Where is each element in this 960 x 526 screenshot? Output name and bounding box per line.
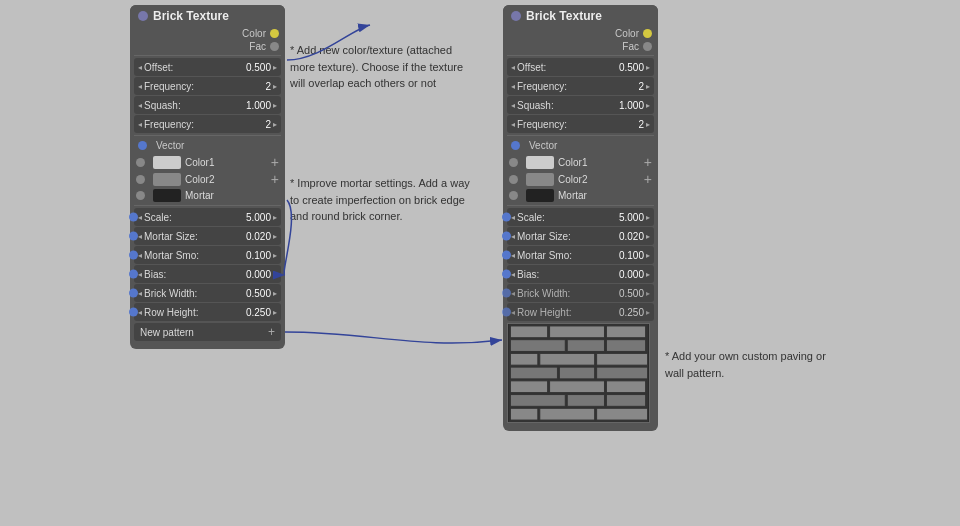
new-pattern-plus[interactable]: +	[268, 325, 275, 339]
right-color2-plus[interactable]: +	[644, 171, 652, 187]
freq1-value: 2	[265, 81, 271, 92]
right-color-output-label: Color	[615, 28, 639, 39]
new-pattern-label: New pattern	[140, 327, 268, 338]
divider1	[134, 55, 281, 56]
row-height-field[interactable]: ◂ Row Height: 0.250 ▸	[134, 303, 281, 321]
offset-left-arrow: ◂	[138, 63, 142, 72]
right-vector-input-socket[interactable]	[511, 141, 520, 150]
color1-swatch[interactable]	[153, 156, 181, 169]
right-color2-socket[interactable]	[509, 175, 518, 184]
right-scale-socket[interactable]	[502, 213, 511, 222]
msmo-socket[interactable]	[129, 251, 138, 260]
color2-plus[interactable]: +	[271, 171, 279, 187]
bias-field[interactable]: ◂ Bias: 0.000 ▸	[134, 265, 281, 283]
svg-rect-19	[510, 408, 537, 420]
bwidth-socket[interactable]	[129, 289, 138, 298]
color-output-socket[interactable]	[270, 29, 279, 38]
msize-value: 0.020	[246, 231, 271, 242]
right-color2-row: Color2 +	[509, 171, 652, 187]
right-frequency1-field[interactable]: ◂ Frequency: 2 ▸	[507, 77, 654, 95]
vector-input-row: Vector	[130, 138, 285, 153]
left-panel-header: Brick Texture	[130, 5, 285, 27]
offset-field[interactable]: ◂ Offset: 0.500 ▸	[134, 58, 281, 76]
right-color2-swatch[interactable]	[526, 173, 554, 186]
svg-rect-9	[597, 353, 648, 365]
rheight-socket[interactable]	[129, 308, 138, 317]
svg-rect-20	[540, 408, 595, 420]
color1-socket[interactable]	[136, 158, 145, 167]
right-squash-value: 1.000	[619, 100, 644, 111]
right-bias-socket[interactable]	[502, 270, 511, 279]
right-bias-field[interactable]: ◂ Bias: 0.000 ▸	[507, 265, 654, 283]
right-color-output-row: Color	[503, 27, 658, 40]
color1-plus[interactable]: +	[271, 154, 279, 170]
rheight-left-arrow: ◂	[138, 308, 142, 317]
offset-right-arrow: ▸	[273, 63, 277, 72]
color2-swatch[interactable]	[153, 173, 181, 186]
right-color-output-socket[interactable]	[643, 29, 652, 38]
right-bwidth-socket[interactable]	[502, 289, 511, 298]
right-fac-output-socket[interactable]	[643, 42, 652, 51]
mortar-swatch[interactable]	[153, 189, 181, 202]
frequency2-field[interactable]: ◂ Frequency: 2 ▸	[134, 115, 281, 133]
right-fac-output-row: Fac	[503, 40, 658, 53]
scale-right-arrow: ▸	[273, 213, 277, 222]
right-msmo-socket[interactable]	[502, 251, 511, 260]
right-mortar-swatch[interactable]	[526, 189, 554, 202]
right-msize-socket[interactable]	[502, 232, 511, 241]
right-color1-swatch[interactable]	[526, 156, 554, 169]
right-color1-socket[interactable]	[509, 158, 518, 167]
right-fac-output-label: Fac	[622, 41, 639, 52]
right-panel-header: Brick Texture	[503, 5, 658, 27]
right-mortar-smo-field[interactable]: ◂ Mortar Smo: 0.100 ▸	[507, 246, 654, 264]
right-mortar-row: Mortar	[509, 188, 652, 203]
right-rheight-socket[interactable]	[502, 308, 511, 317]
bias-socket[interactable]	[129, 270, 138, 279]
svg-rect-10	[510, 367, 557, 379]
bias-label: Bias:	[144, 269, 246, 280]
right-mortar-label: Mortar	[558, 190, 587, 201]
right-squash-field[interactable]: ◂ Squash: 1.000 ▸	[507, 96, 654, 114]
freq2-left-arrow: ◂	[138, 120, 142, 129]
right-color2-label: Color2	[558, 174, 587, 185]
vector-input-socket[interactable]	[138, 141, 147, 150]
svg-rect-21	[597, 408, 648, 420]
frequency1-field[interactable]: ◂ Frequency: 2 ▸	[134, 77, 281, 95]
mortar-smo-field[interactable]: ◂ Mortar Smo: 0.100 ▸	[134, 246, 281, 264]
mortar-size-field[interactable]: ◂ Mortar Size: 0.020 ▸	[134, 227, 281, 245]
msize-left-arrow: ◂	[138, 232, 142, 241]
fac-output-socket[interactable]	[270, 42, 279, 51]
scale-field[interactable]: ◂ Scale: 5.000 ▸	[134, 208, 281, 226]
right-offset-field[interactable]: ◂ Offset: 0.500 ▸	[507, 58, 654, 76]
squash-value: 1.000	[246, 100, 271, 111]
left-panel-title: Brick Texture	[153, 9, 229, 23]
color-output-row: Color	[130, 27, 285, 40]
color2-socket[interactable]	[136, 175, 145, 184]
brick-width-field[interactable]: ◂ Brick Width: 0.500 ▸	[134, 284, 281, 302]
right-frequency2-field[interactable]: ◂ Frequency: 2 ▸	[507, 115, 654, 133]
divider3	[134, 205, 281, 206]
right-scale-field[interactable]: ◂ Scale: 5.000 ▸	[507, 208, 654, 226]
rheight-value: 0.250	[246, 307, 271, 318]
svg-rect-1	[510, 326, 547, 338]
right-mortar-size-field[interactable]: ◂ Mortar Size: 0.020 ▸	[507, 227, 654, 245]
msize-socket[interactable]	[129, 232, 138, 241]
color1-row: Color1 +	[136, 154, 279, 170]
new-pattern-row[interactable]: New pattern +	[134, 323, 281, 341]
fac-output-label: Fac	[249, 41, 266, 52]
squash-field[interactable]: ◂ Squash: 1.000 ▸	[134, 96, 281, 114]
right-vector-input-row: Vector	[503, 138, 658, 153]
svg-rect-7	[510, 353, 537, 365]
right-color1-label: Color1	[558, 157, 587, 168]
svg-rect-4	[510, 340, 565, 352]
scale-left-arrow: ◂	[138, 213, 142, 222]
vector-label: Vector	[156, 140, 184, 151]
right-freq2-value: 2	[638, 119, 644, 130]
right-mortar-socket[interactable]	[509, 191, 518, 200]
scale-socket[interactable]	[129, 213, 138, 222]
mortar-socket[interactable]	[136, 191, 145, 200]
right-color1-plus[interactable]: +	[644, 154, 652, 170]
svg-rect-14	[550, 381, 605, 393]
pattern-preview	[507, 323, 650, 423]
divider2	[134, 135, 281, 136]
